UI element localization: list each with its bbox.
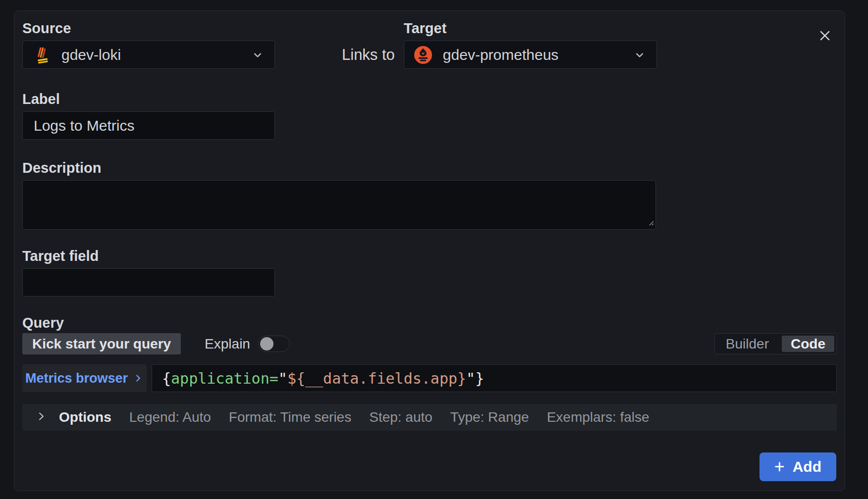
loki-icon [33, 46, 51, 64]
query-token: application= [171, 370, 278, 387]
resize-handle-icon[interactable] [647, 218, 654, 228]
chevron-down-icon [251, 48, 265, 62]
query-options-title: Options [59, 409, 111, 425]
close-button[interactable] [814, 26, 836, 48]
target-datasource-value: gdev-prometheus [443, 47, 633, 63]
prometheus-icon [414, 46, 432, 64]
chevron-right-icon [133, 373, 144, 384]
query-options-row: Options Legend: AutoFormat: Time seriesS… [22, 404, 837, 431]
query-token: { [162, 370, 171, 387]
add-button[interactable]: + Add [760, 452, 836, 481]
metrics-browser-button[interactable]: Metrics browser [22, 364, 147, 392]
description-field-label: Description [22, 160, 837, 175]
query-token: ${__data.fields.app} [287, 370, 466, 387]
query-option-item: Format: Time series [229, 409, 351, 425]
editor-mode-group: Builder Code [714, 333, 837, 354]
metrics-browser-label: Metrics browser [25, 371, 128, 386]
query-options-summary: Legend: AutoFormat: Time seriesStep: aut… [111, 409, 650, 425]
query-option-item: Legend: Auto [129, 409, 211, 425]
source-datasource-value: gdev-loki [61, 47, 251, 63]
footer-row: + Add [22, 452, 837, 481]
source-label: Source [22, 21, 275, 36]
label-field-label: Label [22, 92, 837, 106]
links-to-label: Links to [342, 41, 395, 69]
target-datasource-select[interactable]: gdev-prometheus [404, 41, 657, 69]
target-field-label: Target field [22, 249, 837, 263]
label-input[interactable] [22, 111, 275, 140]
explain-label: Explain [205, 336, 250, 352]
source-datasource-select[interactable]: gdev-loki [22, 41, 275, 69]
label-section: Label [22, 92, 837, 140]
query-options-toggle[interactable]: Options [35, 409, 111, 425]
target-label: Target [404, 21, 657, 36]
editor-mode-builder[interactable]: Builder [715, 334, 780, 354]
explain-toggle[interactable] [258, 336, 290, 352]
close-icon [818, 29, 832, 45]
chevron-down-icon [633, 48, 647, 62]
query-label: Query [22, 315, 837, 330]
query-expression-code: {application="${__data.fields.app}"} [162, 370, 484, 387]
query-token: " [278, 370, 287, 387]
query-option-item: Exemplars: false [547, 409, 650, 425]
query-expression-input[interactable]: {application="${__data.fields.app}"} [152, 364, 837, 392]
target-field-section: Target field [22, 249, 837, 297]
query-section: Query Kick start your query Explain Buil… [22, 315, 837, 431]
description-section: Description [22, 160, 837, 230]
datasource-row: Source gdev-loki [22, 21, 837, 69]
target-field-input[interactable] [22, 268, 275, 297]
query-token: "} [466, 370, 484, 387]
toggle-knob [260, 337, 273, 350]
query-option-item: Step: auto [369, 409, 433, 425]
query-toolbar: Kick start your query Explain Builder Co… [22, 333, 837, 354]
chevron-right-icon [35, 410, 47, 424]
correlation-editor-panel: Source gdev-loki [14, 10, 845, 491]
editor-mode-code[interactable]: Code [782, 336, 834, 352]
kick-start-query-button[interactable]: Kick start your query [22, 333, 181, 354]
query-editor-row: Metrics browser {application="${__data.f… [22, 364, 837, 392]
query-option-item: Type: Range [450, 409, 529, 425]
plus-icon: + [774, 458, 785, 476]
description-textarea[interactable] [22, 180, 656, 230]
add-button-label: Add [793, 458, 821, 475]
